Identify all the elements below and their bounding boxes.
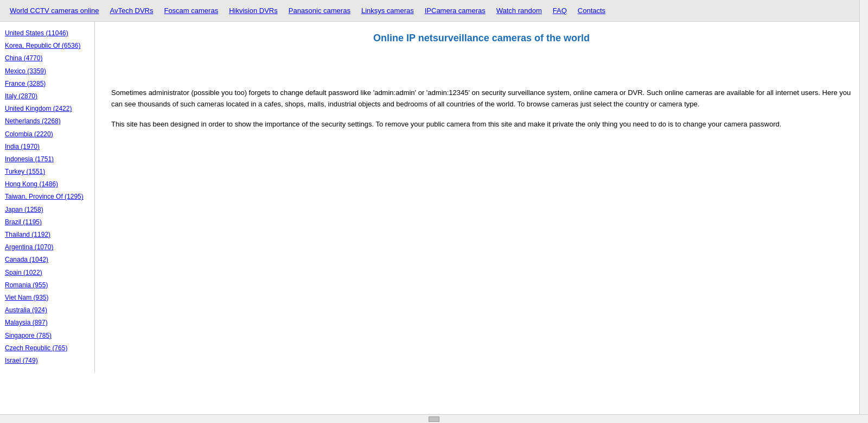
- sidebar-item-uk[interactable]: United Kingdom (2422): [3, 103, 92, 115]
- nav-avtech[interactable]: AvTech DVRs: [105, 4, 157, 17]
- sidebar-item-au[interactable]: Australia (924): [3, 304, 92, 317]
- content-area: Online IP netsurveillance cameras of the…: [95, 22, 868, 373]
- sidebar-item-tw[interactable]: Taiwan, Province Of (1295): [3, 191, 92, 203]
- page-title: Online IP netsurveillance cameras of the…: [111, 33, 852, 44]
- sidebar-item-kr[interactable]: Korea, Republic Of (6536): [3, 40, 92, 52]
- sidebar-item-jp[interactable]: Japan (1258): [3, 204, 92, 216]
- nav-linksys[interactable]: Linksys cameras: [357, 4, 418, 17]
- sidebar-item-it[interactable]: Italy (2870): [3, 90, 92, 103]
- sidebar-item-il[interactable]: Israel (749): [3, 355, 92, 367]
- nav-watch-random[interactable]: Watch random: [492, 4, 546, 17]
- sidebar-item-us[interactable]: United States (11046): [3, 27, 92, 40]
- sidebar-item-br[interactable]: Brazil (1195): [3, 216, 92, 229]
- sidebar-item-tr[interactable]: Turkey (1551): [3, 166, 92, 178]
- navigation-bar: World CCTV cameras online AvTech DVRs Fo…: [0, 0, 868, 22]
- sidebar-item-ar[interactable]: Argentina (1070): [3, 241, 92, 254]
- sidebar-item-id[interactable]: Indonesia (1751): [3, 153, 92, 166]
- sidebar-item-in[interactable]: India (1970): [3, 141, 92, 153]
- sidebar-item-mx[interactable]: Mexico (3359): [3, 65, 92, 78]
- sidebar-item-hk[interactable]: Hong Kong (1486): [3, 178, 92, 191]
- nav-contacts[interactable]: Contacts: [573, 4, 610, 17]
- sidebar-item-ro[interactable]: Romania (955): [3, 279, 92, 292]
- sidebar-item-th[interactable]: Thailand (1192): [3, 229, 92, 241]
- sidebar-item-nl[interactable]: Netherlands (2268): [3, 115, 92, 128]
- sidebar-item-cz[interactable]: Czech Republic (765): [3, 342, 92, 355]
- sidebar-item-my[interactable]: Malaysia (897): [3, 317, 92, 329]
- nav-ipcamera[interactable]: IPCamera cameras: [420, 4, 490, 17]
- vertical-scrollbar[interactable]: [859, 0, 868, 373]
- nav-faq[interactable]: FAQ: [548, 4, 571, 17]
- sidebar: United States (11046) Korea, Republic Of…: [0, 22, 95, 373]
- nav-panasonic[interactable]: Panasonic cameras: [284, 4, 355, 17]
- sidebar-item-cn[interactable]: China (4770): [3, 52, 92, 65]
- sidebar-item-sg[interactable]: Singapore (785): [3, 330, 92, 342]
- main-layout: United States (11046) Korea, Republic Of…: [0, 22, 868, 373]
- description-section: Sometimes administrator (possible you to…: [111, 87, 852, 130]
- nav-foscam[interactable]: Foscam cameras: [159, 4, 222, 17]
- nav-hikvision[interactable]: Hikvision DVRs: [225, 4, 282, 17]
- sidebar-item-ca[interactable]: Canada (1042): [3, 254, 92, 266]
- sidebar-item-vn[interactable]: Viet Nam (935): [3, 292, 92, 304]
- description-paragraph-2: This site has been designed in order to …: [111, 119, 852, 130]
- description-paragraph-1: Sometimes administrator (possible you to…: [111, 87, 852, 110]
- sidebar-item-fr[interactable]: France (3285): [3, 78, 92, 90]
- sidebar-item-co[interactable]: Colombia (2220): [3, 128, 92, 141]
- sidebar-item-es[interactable]: Spain (1022): [3, 267, 92, 279]
- nav-world[interactable]: World CCTV cameras online: [5, 4, 103, 17]
